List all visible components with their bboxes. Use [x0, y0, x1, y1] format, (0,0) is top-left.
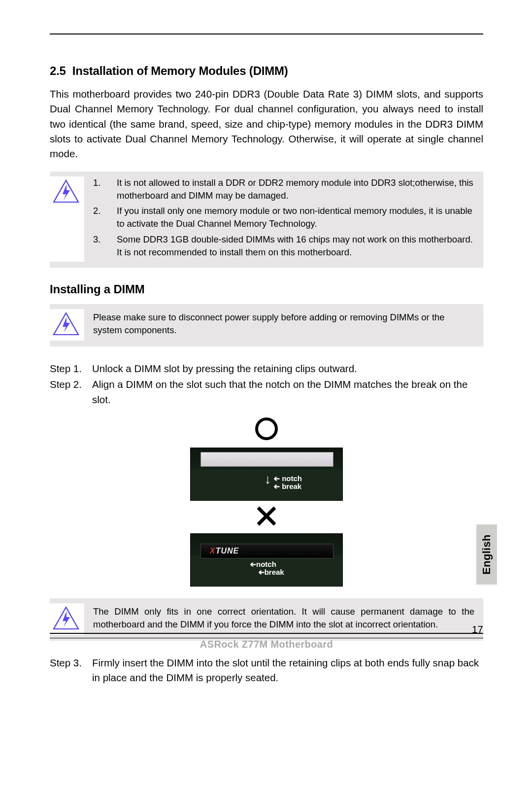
- incorrect-mark-icon: [190, 505, 343, 529]
- list-item: Some DDR3 1GB double-sided DIMMs with 16…: [93, 233, 474, 259]
- warning-3-content: The DIMM only fits in one correct orient…: [84, 603, 474, 633]
- warning-box-3: The DIMM only fits in one correct orient…: [50, 598, 483, 641]
- bottom-divider-thick: [50, 633, 483, 634]
- lightning-warning-icon: [50, 309, 84, 341]
- step-row: Step 2. Align a DIMM on the slot such th…: [50, 377, 483, 407]
- step-row: Step 3. Firmly insert the DIMM into the …: [50, 656, 483, 686]
- page-number: 17: [472, 624, 483, 635]
- dimm-orientation-diagram: ↓ ➔ notch ➔ break XTUNE ➔notch ➔break: [190, 416, 343, 587]
- page-footer: 17 ASRock Z77M Motherboard: [50, 636, 483, 650]
- step-label: Step 3.: [50, 656, 92, 686]
- list-item: It is not allowed to install a DDR or DD…: [93, 176, 474, 202]
- section-title-text: Installation of Memory Modules (DIMM): [72, 64, 288, 77]
- break-label: break: [282, 482, 301, 490]
- page-content: 2.5 Installation of Memory Modules (DIMM…: [50, 34, 483, 687]
- step-row: Step 1. Unlock a DIMM slot by pressing t…: [50, 361, 483, 376]
- step-3-block: Step 3. Firmly insert the DIMM into the …: [50, 656, 483, 686]
- warning-1-content: It is not allowed to install a DDR or DD…: [84, 176, 474, 262]
- intro-paragraph: This motherboard provides two 240-pin DD…: [50, 87, 483, 162]
- step-text: Align a DIMM on the slot such that the n…: [92, 377, 483, 407]
- step-label: Step 2.: [50, 377, 92, 407]
- notch-label: notch: [256, 560, 276, 568]
- step-label: Step 1.: [50, 361, 92, 376]
- steps-1-2: Step 1. Unlock a DIMM slot by pressing t…: [50, 361, 483, 407]
- section-number: 2.5: [50, 64, 66, 77]
- lightning-warning-icon: [50, 176, 84, 262]
- xtune-module: XTUNE: [200, 544, 333, 558]
- section-heading: 2.5 Installation of Memory Modules (DIMM…: [50, 64, 483, 78]
- notch-break-labels: ➔ notch ➔ break: [273, 475, 302, 491]
- dimm-correct-image: ↓ ➔ notch ➔ break: [190, 448, 343, 501]
- list-item: If you install only one memory module or…: [93, 205, 474, 230]
- warning-box-1: It is not allowed to install a DDR or DD…: [50, 172, 483, 268]
- warning-box-2: Please make sure to disconnect power sup…: [50, 304, 483, 347]
- svg-point-2: [257, 419, 276, 439]
- warning-2-content: Please make sure to disconnect power sup…: [84, 309, 474, 339]
- correct-mark-icon: [190, 416, 343, 444]
- dimm-incorrect-image: XTUNE ➔notch ➔break: [190, 533, 343, 587]
- step-text: Unlock a DIMM slot by pressing the retai…: [92, 361, 483, 376]
- top-divider: [50, 34, 483, 35]
- step-text: Firmly insert the DIMM into the slot unt…: [92, 656, 483, 686]
- arrow-down-icon: ↓: [265, 472, 271, 487]
- notch-label: notch: [282, 474, 302, 483]
- break-label: break: [265, 568, 284, 576]
- subheading: Installing a DIMM: [50, 282, 483, 296]
- lightning-warning-icon: [50, 603, 84, 635]
- language-tab: English: [476, 524, 497, 585]
- notch-break-labels-wrong: ➔notch ➔break: [250, 560, 284, 576]
- footer-product-name: ASRock Z77M Motherboard: [50, 639, 483, 650]
- language-label: English: [480, 534, 493, 575]
